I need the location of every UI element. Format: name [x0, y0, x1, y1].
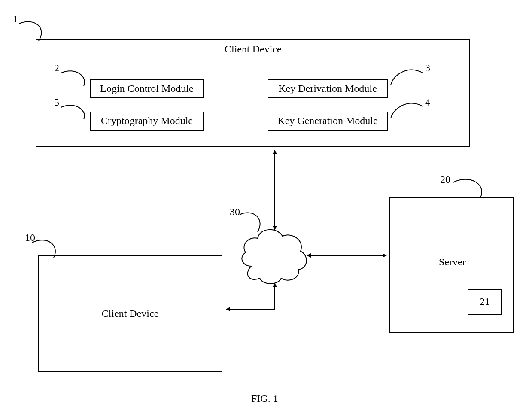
- login-control-module-label: Login Control Module: [91, 83, 203, 94]
- leadline-1: [19, 22, 41, 41]
- server-title: Server: [439, 256, 466, 268]
- leadline-30: [240, 213, 260, 232]
- client-device-10-title: Client Device: [39, 308, 222, 319]
- ref-5: 5: [54, 97, 59, 108]
- ref-4: 4: [425, 97, 430, 108]
- login-control-module-box: Login Control Module: [90, 79, 204, 98]
- ref-3: 3: [425, 62, 430, 74]
- key-generation-module-box: Key Generation Module: [268, 112, 388, 131]
- client-device-10-box: Client Device: [38, 255, 222, 372]
- client-device-1-title: Client Device: [225, 43, 282, 55]
- key-derivation-module-label: Key Derivation Module: [268, 83, 387, 94]
- ref-2: 2: [54, 62, 59, 74]
- server-sub-box: 21: [468, 289, 502, 315]
- leadline-10: [32, 240, 55, 258]
- network-label: Network: [256, 249, 292, 261]
- server-sub-ref: 21: [468, 296, 501, 307]
- key-derivation-module-box: Key Derivation Module: [268, 79, 388, 98]
- diagram-canvas: Client Device Login Control Module Key D…: [0, 0, 532, 416]
- cryptography-module-box: Cryptography Module: [90, 112, 204, 131]
- leadline-20: [453, 179, 482, 198]
- ref-1: 1: [13, 13, 18, 25]
- cryptography-module-label: Cryptography Module: [91, 115, 203, 127]
- ref-20: 20: [440, 174, 450, 185]
- ref-30: 30: [230, 206, 240, 218]
- ref-10: 10: [25, 232, 35, 243]
- figure-caption: FIG. 1: [251, 393, 278, 404]
- arrow-network-client10: [226, 283, 275, 309]
- key-generation-module-label: Key Generation Module: [268, 115, 387, 127]
